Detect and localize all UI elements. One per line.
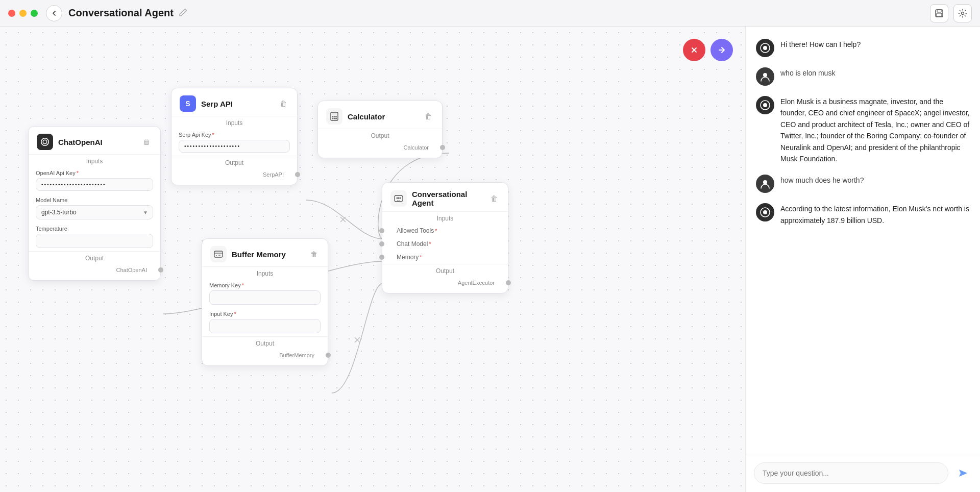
svg-rect-15	[335, 118, 337, 119]
traffic-light-close[interactable]	[8, 10, 15, 17]
canvas-area[interactable]: ChatOpenAI 🗑 Inputs OpenAI Api Key* Mode…	[0, 27, 745, 492]
bufferMemory-output-label: Output	[202, 336, 328, 349]
svg-rect-9	[332, 113, 337, 115]
bufferMemory-port-label: BufferMemory	[279, 352, 314, 358]
chat-model-label: Chat Model	[397, 240, 428, 248]
chat-bubble-3: Elon Musk is a business magnate, investo…	[780, 96, 970, 164]
serpAPI-port-label: SerpAPI	[263, 171, 284, 178]
chat-message-2: who is elon musk	[756, 67, 970, 86]
close-fab-button[interactable]	[710, 39, 733, 61]
conversationalAgent-chat-model-row: Chat Model *	[382, 237, 508, 251]
bufferMemory-memory-key-input[interactable]: chat_history	[209, 290, 321, 305]
user-avatar-1	[756, 67, 774, 86]
chat-input[interactable]	[754, 462, 948, 484]
calculator-icon	[326, 108, 342, 125]
svg-point-23	[400, 198, 401, 199]
calculator-output-label: Output	[318, 129, 442, 141]
calculator-node: Calculator 🗑 Output Calculator	[317, 101, 443, 158]
back-button[interactable]	[46, 5, 62, 21]
memory-port	[379, 255, 384, 260]
chatOpenAI-api-key-group: OpenAI Api Key*	[29, 167, 160, 194]
bufferMemory-output-port	[326, 353, 331, 358]
chat-message-3: Elon Musk is a business magnate, investo…	[756, 96, 970, 164]
serpAPI-title: Serp API	[201, 100, 273, 108]
chat-bubble-2: who is elon musk	[780, 67, 970, 79]
svg-rect-13	[332, 118, 333, 119]
save-button[interactable]	[930, 4, 948, 22]
chat-input-area	[746, 454, 980, 492]
svg-point-26	[763, 73, 767, 77]
chatOpenAI-output-port	[158, 267, 163, 273]
chatOpenAI-model-group: Model Name gpt-3.5-turbo gpt-4 ▼	[29, 194, 160, 223]
svg-rect-14	[334, 118, 335, 119]
conversationalAgent-output-label: Output	[382, 264, 508, 277]
serpAPI-output-port	[295, 172, 300, 177]
svg-rect-1	[937, 10, 941, 12]
ai-avatar-1	[756, 39, 774, 57]
serpAPI-icon: S	[180, 95, 196, 112]
allowed-tools-port	[379, 228, 384, 233]
svg-point-29	[763, 180, 767, 184]
traffic-light-minimize[interactable]	[19, 10, 27, 17]
send-button[interactable]	[953, 464, 972, 482]
conversationalAgent-output-port	[506, 280, 511, 285]
serpAPI-api-key-input[interactable]	[179, 140, 290, 153]
svg-point-21	[397, 198, 398, 199]
svg-line-5	[340, 217, 346, 222]
chatOpenAI-output-label: Output	[29, 251, 160, 264]
chatOpenAI-api-key-input[interactable]	[36, 178, 153, 191]
serpAPI-api-key-label: Serp Api Key*	[179, 132, 290, 138]
serpAPI-inputs-label: Inputs	[172, 116, 297, 129]
erase-fab-button[interactable]	[683, 39, 705, 61]
calculator-header: Calculator 🗑	[318, 101, 442, 129]
calculator-delete-icon[interactable]: 🗑	[423, 110, 434, 122]
conversationalAgent-port-label: AgentExecutor	[458, 280, 495, 286]
bufferMemory-input-key-input[interactable]: input	[209, 319, 321, 333]
traffic-light-maximize[interactable]	[31, 10, 38, 17]
settings-button[interactable]	[953, 4, 972, 22]
chat-messages: Hi there! How can I help? who is elon mu…	[746, 27, 980, 454]
conversationalAgent-delete-icon[interactable]: 🗑	[488, 192, 500, 205]
user-avatar-2	[756, 175, 774, 193]
bufferMemory-memory-key-label: Memory Key*	[209, 282, 321, 288]
conversationalAgent-memory-row: Memory *	[382, 251, 508, 264]
serpAPI-output-label: Output	[172, 156, 297, 168]
conversationalAgent-icon	[390, 190, 407, 207]
svg-point-25	[763, 46, 767, 50]
bufferMemory-inputs-label: Inputs	[202, 266, 328, 279]
conversationalAgent-node: Conversational Agent 🗑 Inputs Allowed To…	[382, 182, 508, 293]
edit-title-icon[interactable]	[179, 8, 188, 19]
chat-message-4: how much does he worth?	[756, 175, 970, 193]
titlebar: Conversational Agent	[0, 0, 980, 27]
serpAPI-header: S Serp API 🗑	[172, 88, 297, 116]
bufferMemory-memory-key-group: Memory Key* chat_history	[202, 279, 328, 308]
svg-rect-11	[334, 116, 335, 117]
svg-line-7	[355, 337, 360, 342]
chatOpenAI-output-row: ChatOpenAI	[29, 264, 160, 280]
allowed-tools-label: Allowed Tools	[397, 227, 434, 234]
serpAPI-delete-icon[interactable]: 🗑	[278, 97, 289, 110]
bufferMemory-delete-icon[interactable]: 🗑	[308, 248, 320, 260]
chatOpenAI-model-select[interactable]: gpt-3.5-turbo gpt-4	[36, 205, 153, 219]
chatOpenAI-temp-input[interactable]: 0.9	[36, 234, 153, 248]
svg-line-4	[340, 217, 346, 222]
chatOpenAI-delete-icon[interactable]: 🗑	[141, 136, 152, 148]
chat-message-1: Hi there! How can I help?	[756, 39, 970, 57]
conversationalAgent-header: Conversational Agent 🗑	[382, 183, 508, 211]
svg-rect-2	[937, 13, 942, 16]
bufferMemory-output-row: BufferMemory	[202, 349, 328, 365]
conversationalAgent-output-row: AgentExecutor	[382, 277, 508, 293]
svg-rect-10	[332, 116, 333, 117]
calculator-title: Calculator	[348, 112, 418, 121]
bufferMemory-title: Buffer Memory	[232, 250, 303, 259]
bufferMemory-header: Buffer Memory 🗑	[202, 239, 328, 266]
bufferMemory-node: Buffer Memory 🗑 Inputs Memory Key* chat_…	[202, 238, 328, 366]
calculator-port-label: Calculator	[403, 144, 429, 151]
chatOpenAI-api-key-label: OpenAI Api Key*	[36, 170, 153, 176]
bufferMemory-input-key-label: Input Key*	[209, 311, 321, 317]
app-window: Conversational Agent	[0, 0, 980, 492]
chat-bubble-5: According to the latest information, Elo…	[780, 203, 970, 226]
bufferMemory-icon	[210, 246, 227, 262]
calculator-output-row: Calculator	[318, 141, 442, 158]
chat-model-port	[379, 241, 384, 247]
